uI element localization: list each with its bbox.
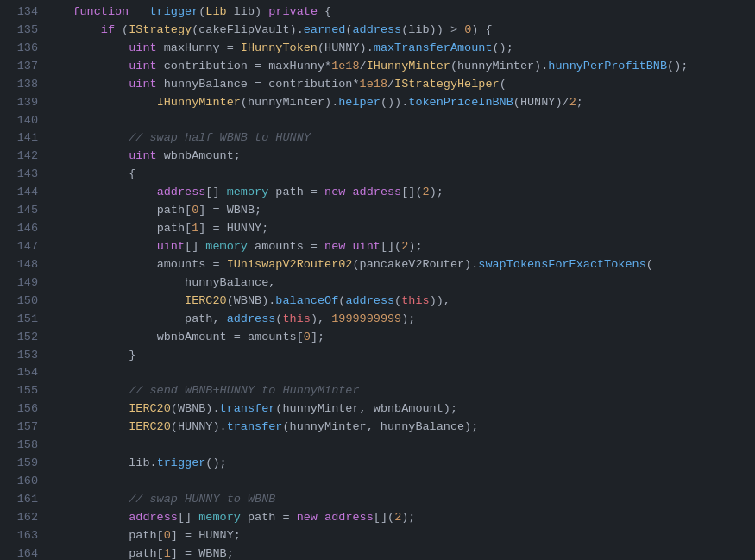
code-lines: function __trigger(Lib lib) private { if…	[45, 3, 755, 560]
ln-148: 148	[10, 256, 38, 274]
code-line-140	[45, 112, 745, 130]
ln-145: 145	[10, 202, 38, 220]
ln-162: 162	[10, 509, 38, 527]
code-line-154	[45, 364, 745, 382]
ln-141: 141	[10, 129, 38, 148]
ln-155: 155	[10, 382, 38, 400]
ln-146: 146	[10, 220, 38, 238]
code-line-163: path[0] = HUNNY;	[45, 527, 745, 545]
code-line-139: IHunnyMinter(hunnyMinter).helper()).toke…	[45, 94, 745, 112]
code-line-158	[45, 437, 745, 455]
code-line-149: hunnyBalance,	[45, 274, 745, 293]
ln-147: 147	[10, 238, 38, 256]
ln-149: 149	[10, 274, 38, 293]
ln-144: 144	[10, 184, 38, 202]
ln-164: 164	[10, 545, 38, 560]
ln-159: 159	[10, 455, 38, 473]
code-line-159: lib.trigger();	[45, 455, 745, 473]
code-line-144: address[] memory path = new address[](2)…	[45, 184, 745, 202]
code-line-155: // send WBNB+HUNNY to HunnyMinter	[45, 382, 745, 400]
ln-156: 156	[10, 400, 38, 418]
code-line-148: amounts = IUniswapV2Router02(pancakeV2Ro…	[45, 256, 745, 274]
ln-138: 138	[10, 76, 38, 94]
ln-142: 142	[10, 148, 38, 166]
ln-157: 157	[10, 418, 38, 437]
ln-134: 134	[10, 3, 38, 22]
code-line-147: uint[] memory amounts = new uint[](2);	[45, 238, 745, 256]
ln-163: 163	[10, 527, 38, 545]
code-line-152: wbnbAmount = amounts[0];	[45, 329, 745, 347]
ln-158: 158	[10, 437, 38, 455]
code-line-136: uint maxHunny = IHunnyToken(HUNNY).maxTr…	[45, 40, 745, 58]
code-line-141: // swap half WBNB to HUNNY	[45, 129, 745, 148]
line-numbers: 134 135 136 137 138 139 140 141 142 143 …	[0, 3, 45, 560]
code-line-142: uint wbnbAmount;	[45, 148, 745, 166]
code-line-135: if (IStrategy(cakeFlipVault).earned(addr…	[45, 22, 745, 40]
ln-153: 153	[10, 347, 38, 365]
code-viewer: 134 135 136 137 138 139 140 141 142 143 …	[0, 0, 755, 560]
code-line-146: path[1] = HUNNY;	[45, 220, 745, 238]
code-line-153: }	[45, 347, 745, 365]
ln-154: 154	[10, 364, 38, 382]
code-line-143: {	[45, 166, 745, 184]
ln-151: 151	[10, 311, 38, 329]
code-line-150: IERC20(WBNB).balanceOf(address(this)),	[45, 293, 745, 311]
ln-136: 136	[10, 40, 38, 58]
ln-160: 160	[10, 473, 38, 491]
ln-150: 150	[10, 293, 38, 311]
code-line-160	[45, 473, 745, 491]
code-line-164: path[1] = WBNB;	[45, 545, 745, 560]
code-line-134: function __trigger(Lib lib) private {	[45, 3, 745, 22]
code-line-157: IERC20(HUNNY).transfer(hunnyMinter, hunn…	[45, 418, 745, 437]
code-line-161: // swap HUNNY to WBNB	[45, 491, 745, 509]
ln-140: 140	[10, 112, 38, 130]
ln-143: 143	[10, 166, 38, 184]
code-line-138: uint hunnyBalance = contribution*1e18/IS…	[45, 76, 745, 94]
code-line-137: uint contribution = maxHunny*1e18/IHunny…	[45, 58, 745, 76]
ln-139: 139	[10, 94, 38, 112]
code-line-162: address[] memory path = new address[](2)…	[45, 509, 745, 527]
code-line-145: path[0] = WBNB;	[45, 202, 745, 220]
code-line-156: IERC20(WBNB).transfer(hunnyMinter, wbnbA…	[45, 400, 745, 418]
code-line-151: path, address(this), 1999999999);	[45, 311, 745, 329]
ln-137: 137	[10, 58, 38, 76]
ln-135: 135	[10, 22, 38, 40]
ln-152: 152	[10, 329, 38, 347]
ln-161: 161	[10, 491, 38, 509]
